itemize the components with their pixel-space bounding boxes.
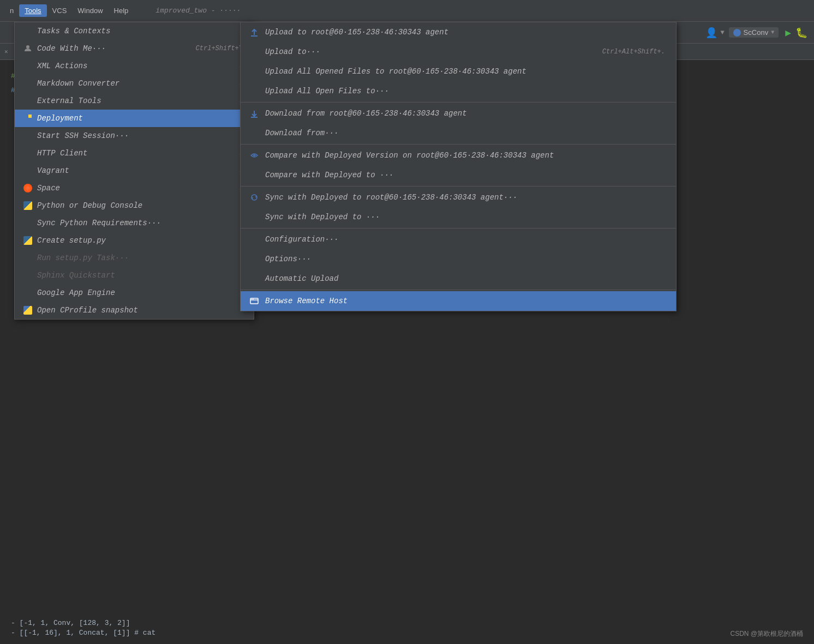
download-from-icon xyxy=(249,128,260,139)
automatic-upload-icon xyxy=(249,273,260,284)
svg-rect-4 xyxy=(28,119,32,122)
xml-icon xyxy=(23,61,33,71)
code-with-me-label: Code With Me··· xyxy=(37,44,106,53)
python-console-label: Python or Debug Console xyxy=(37,201,142,210)
gae-label: Google App Engine xyxy=(37,288,115,297)
bottom-bar: - [-1, 1, Conv, [128, 3, 2]] - [[-1, 16]… xyxy=(0,611,814,644)
sub-download-from-agent[interactable]: Download from root@60·165·238·46:30343 a… xyxy=(241,104,676,123)
create-setup-label: Create setup.py xyxy=(37,236,106,245)
menu-sphinx[interactable]: Sphinx Quickstart xyxy=(15,267,254,284)
menu-http-client[interactable]: HTTP Client › xyxy=(15,145,254,162)
svg-point-14 xyxy=(253,299,254,300)
ssh-label: Start SSH Session··· xyxy=(37,131,129,140)
menu-vagrant[interactable]: Vagrant › xyxy=(15,162,254,179)
menu-create-setup[interactable]: Create setup.py xyxy=(15,232,254,249)
menu-start-ssh[interactable]: Start SSH Session··· xyxy=(15,127,254,145)
menu-item-vcs[interactable]: VCS xyxy=(47,4,73,17)
menu-python-console[interactable]: Python or Debug Console xyxy=(15,197,254,214)
menu-item-help[interactable]: Help xyxy=(109,4,134,17)
menu-item-tools[interactable]: Tools xyxy=(19,4,46,17)
sub-sync-deployed-to[interactable]: Sync with Deployed to ··· xyxy=(241,207,676,227)
menu-item-n[interactable]: n xyxy=(4,4,19,17)
upload-all-opened-label: Upload All Opened Files to root@60·165·2… xyxy=(265,67,526,76)
config-dropdown[interactable]: ScConv ▼ xyxy=(729,27,779,38)
sub-automatic-upload[interactable]: Automatic Upload xyxy=(241,269,676,288)
markdown-label: Markdown Converter xyxy=(37,79,119,88)
menu-tasks-contexts[interactable]: Tasks & Contexts › xyxy=(15,22,254,40)
tools-dropdown: Tasks & Contexts › Code With Me··· Ctrl+… xyxy=(14,22,254,320)
browse-remote-label: Browse Remote Host xyxy=(265,297,348,305)
menu-markdown[interactable]: Markdown Converter › xyxy=(15,75,254,92)
configuration-label: Configuration··· xyxy=(265,235,338,244)
gae-icon xyxy=(23,288,33,298)
download-from-label: Download from··· xyxy=(265,129,338,137)
sub-upload-to-agent[interactable]: Upload to root@60·165·238·46:30343 agent xyxy=(241,22,676,42)
separator-2 xyxy=(241,144,676,145)
download-agent-label: Download from root@60·165·238·46:30343 a… xyxy=(265,109,467,118)
deployment-icon xyxy=(23,113,33,123)
code-with-me-icon xyxy=(23,44,33,53)
person-icon[interactable]: 👤 xyxy=(705,27,717,39)
tasks-label: Tasks & Contexts xyxy=(37,27,110,35)
options-label: Options··· xyxy=(265,255,311,263)
debug-button[interactable]: 🐛 xyxy=(795,27,807,39)
menu-deployment[interactable]: Deployment › xyxy=(15,110,254,127)
run-setup-label: Run setup.py Task··· xyxy=(37,254,129,262)
menu-xml-actions[interactable]: XML Actions › xyxy=(15,57,254,75)
sub-compare-deployed[interactable]: Compare with Deployed Version on root@60… xyxy=(241,146,676,165)
menu-code-with-me[interactable]: Code With Me··· Ctrl+Shift+Y xyxy=(15,40,254,57)
close-left[interactable]: ✕ xyxy=(0,48,13,55)
cprofile-icon xyxy=(23,305,33,315)
automatic-upload-label: Automatic Upload xyxy=(265,274,338,283)
run-setup-icon xyxy=(23,253,33,263)
sync-python-icon xyxy=(23,218,33,228)
upload-to-icon xyxy=(249,46,260,57)
http-label: HTTP Client xyxy=(37,149,87,158)
space-label: Space xyxy=(37,184,60,192)
menu-cprofile[interactable]: Open CProfile snapshot xyxy=(15,302,254,319)
menu-run-setup[interactable]: Run setup.py Task··· xyxy=(15,249,254,267)
project-name: improved_two - ····· xyxy=(155,7,241,15)
vagrant-label: Vagrant xyxy=(37,166,69,175)
config-label: ScConv xyxy=(744,28,769,37)
separator-4 xyxy=(241,228,676,228)
download-agent-icon xyxy=(249,108,260,119)
sub-sync-deployed-agent[interactable]: Sync with Deployed to root@60·165·238·46… xyxy=(241,188,676,207)
separator-1 xyxy=(241,102,676,103)
person-dropdown[interactable]: ▼ xyxy=(720,29,724,37)
menu-sync-python[interactable]: Sync Python Requirements··· xyxy=(15,214,254,232)
sync-python-label: Sync Python Requirements··· xyxy=(37,219,161,227)
upload-all-open-to-label: Upload All Open Files to··· xyxy=(265,87,389,95)
xml-label: XML Actions xyxy=(37,62,87,70)
sub-configuration[interactable]: Configuration··· xyxy=(241,230,676,249)
svg-point-13 xyxy=(252,299,253,300)
sub-options[interactable]: Options··· xyxy=(241,249,676,269)
vagrant-icon xyxy=(23,166,33,176)
sub-download-from[interactable]: Download from··· xyxy=(241,123,676,143)
separator-3 xyxy=(241,186,676,186)
markdown-icon xyxy=(23,79,33,88)
sphinx-icon xyxy=(23,270,33,280)
run-button[interactable]: ▶ xyxy=(785,27,791,39)
python-console-icon xyxy=(23,201,33,210)
sub-compare-deployed-to[interactable]: Compare with Deployed to ··· xyxy=(241,165,676,185)
code-with-me-shortcut: Ctrl+Shift+Y xyxy=(196,45,243,52)
menu-google-app-engine[interactable]: Google App Engine › xyxy=(15,284,254,302)
menu-item-window[interactable]: Window xyxy=(72,4,108,17)
sync-to-icon xyxy=(249,212,260,222)
upload-to-label: Upload to··· xyxy=(265,47,320,56)
sub-browse-remote-host[interactable]: Browse Remote Host xyxy=(241,291,676,311)
sub-upload-to[interactable]: Upload to··· Ctrl+Alt+Shift+. xyxy=(241,42,676,62)
tasks-icon xyxy=(23,26,33,36)
deployment-label: Deployment xyxy=(37,114,83,123)
sub-upload-all-open-to[interactable]: Upload All Open Files to··· xyxy=(241,81,676,101)
menu-space[interactable]: Space › xyxy=(15,179,254,197)
svg-point-0 xyxy=(26,45,29,49)
menu-external-tools[interactable]: External Tools › xyxy=(15,92,254,110)
sub-upload-all-opened[interactable]: Upload All Opened Files to root@60·165·2… xyxy=(241,62,676,81)
sync-deployed-agent-label: Sync with Deployed to root@60·165·238·46… xyxy=(265,193,517,202)
sync-deployed-to-label: Sync with Deployed to ··· xyxy=(265,213,380,221)
upload-agent-label: Upload to root@60·165·238·46:30343 agent xyxy=(265,28,448,37)
cprofile-label: Open CProfile snapshot xyxy=(37,306,138,315)
browse-remote-icon xyxy=(249,296,260,306)
